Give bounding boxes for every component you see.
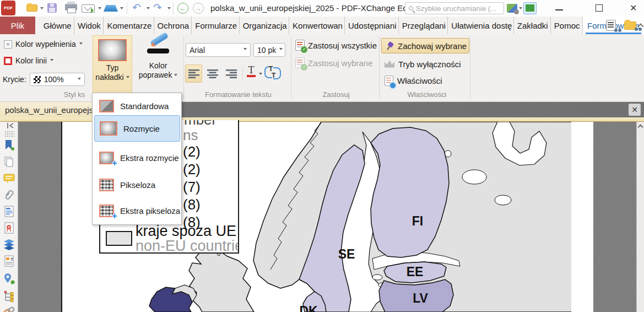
ui-options-caret-icon[interactable] [519, 7, 522, 11]
fields-panel-icon[interactable] [3, 206, 15, 217]
collapse-panel-icon[interactable] [7, 123, 14, 128]
overlay-type-icon [98, 39, 127, 61]
dropdown-item-standardowa[interactable]: Standardowa [94, 96, 180, 115]
minimize-button[interactable] [555, 9, 563, 10]
rotate-text-icon[interactable]: TT [264, 65, 281, 79]
document-tab[interactable]: polska_w_unii_europejski [0, 102, 92, 117]
align-left-button[interactable] [185, 64, 202, 83]
overlay-extra-pixelate-icon: + [99, 205, 114, 217]
search-in-files-icon[interactable] [624, 21, 636, 30]
font-size-combo[interactable]: 10 pk [253, 43, 285, 57]
ui-options-icon[interactable] [507, 4, 517, 13]
dropdown-item-label: Pikseloza [120, 180, 155, 190]
tab-formularze[interactable]: Formularze [192, 17, 239, 34]
legend-count: (2) [183, 161, 201, 178]
map-label-denmark: DK [299, 304, 318, 312]
dropdown-item-ekstra-pikseloza[interactable]: + Ekstra pikseloza [94, 199, 180, 222]
apply-all-button[interactable]: Zastosuj wszystkie [295, 40, 377, 51]
tab-komentarze[interactable]: Komentarze [104, 17, 154, 34]
vertical-scrollbar[interactable] [636, 122, 644, 312]
properties-button[interactable]: Właściwości [381, 73, 469, 88]
line-color-button[interactable]: Kolor linii [4, 56, 53, 65]
tab-ochrona[interactable]: Ochrona [154, 17, 192, 34]
redo-caret-icon[interactable] [167, 7, 171, 11]
opacity-combo[interactable]: 100% [30, 73, 85, 86]
ribbon-group-separator [291, 36, 291, 98]
panel-drag-handle[interactable] [4, 131, 14, 138]
map-island-saaremaa [372, 275, 382, 280]
thumbnails-panel-icon[interactable] [3, 156, 15, 168]
align-right-button[interactable] [223, 64, 240, 83]
quick-launch-search[interactable]: Szybkie uruchamianie (... [405, 2, 504, 14]
dropdown-item-label: Ekstra rozmycie [120, 153, 179, 163]
title-bar: PDF ↶ ↷ ← → polska_w_unii_europejskiej_2… [0, 0, 644, 17]
dropdown-item-rozmycie[interactable]: Rozmycie [94, 115, 180, 142]
print-icon[interactable] [65, 4, 77, 10]
apply-selected-button[interactable]: Zastosuj wybrane [295, 57, 373, 68]
align-center-button[interactable] [204, 64, 221, 83]
dropdown-item-label: Rozmycie [123, 124, 160, 133]
search-placeholder: Szybkie uruchamianie (... [416, 4, 496, 13]
tab-organizacja[interactable]: Organizacja [240, 17, 289, 34]
forward-icon[interactable]: → [193, 3, 204, 14]
dropdown-item-ekstra-rozmycie[interactable]: + Ekstra rozmycie [94, 146, 180, 169]
tab-zakladki[interactable]: Zakładki [514, 17, 551, 34]
pdf-xchange-editor-window: { "titlebar": { "title": "polska_w_unii_… [0, 0, 644, 312]
opacity-row: Krycie: 100% [3, 73, 85, 86]
exclusive-mode-button[interactable]: Tryb wyłączności [381, 56, 469, 72]
tab-glowne[interactable]: Główne [40, 17, 74, 34]
content-panel-icon[interactable]: T [3, 255, 15, 267]
opacity-label: Krycie: [3, 75, 26, 84]
structure-tree-panel-icon[interactable] [3, 291, 15, 302]
text-color-caret-icon[interactable] [259, 73, 262, 77]
layers-panel-icon[interactable] [3, 239, 15, 250]
small-separator [242, 66, 243, 82]
maximize-button[interactable] [596, 4, 603, 12]
email-icon[interactable] [82, 4, 95, 13]
open-file-caret-icon[interactable] [40, 7, 44, 11]
fullscreen-icon[interactable] [523, 2, 537, 14]
undo-icon[interactable]: ↶ [132, 1, 141, 14]
overlay-type-label-2: nakładki [95, 73, 129, 82]
keep-selected-button[interactable]: Zachowaj wybrane [381, 38, 469, 53]
open-file-icon[interactable] [26, 4, 37, 12]
tab-plik[interactable]: Plik [0, 17, 35, 34]
tab-konwertowanie[interactable]: Konwertowan [289, 17, 345, 34]
destinations-panel-icon[interactable] [3, 273, 15, 284]
scanner-icon[interactable] [104, 5, 118, 12]
signatures-panel-icon[interactable] [3, 222, 15, 234]
correction-color-button[interactable]: Kolor poprawek [134, 35, 182, 100]
links-panel-icon[interactable] [3, 306, 15, 312]
tab-ulatwienia-dostepu[interactable]: Ułatwienia dostę [448, 17, 513, 34]
dropdown-item-pikseloza[interactable]: Pikseloza [94, 174, 180, 196]
map-label-sweden: SE [338, 247, 355, 261]
comments-panel-icon[interactable] [3, 173, 15, 184]
map-label-finland: FI [412, 214, 423, 228]
overlay-type-button[interactable]: Typ nakładki [93, 35, 132, 100]
tab-przegladanie[interactable]: Przeglądani [399, 17, 448, 34]
tab-widok[interactable]: Widok [74, 17, 104, 34]
close-button[interactable]: ✕ [630, 3, 637, 13]
undo-caret-icon[interactable] [147, 7, 150, 11]
email-caret-icon[interactable] [98, 7, 101, 11]
font-name-combo[interactable]: Arial [186, 43, 251, 57]
redo-icon[interactable]: ↷ [153, 1, 162, 14]
fill-color-caret-icon [79, 42, 83, 46]
close-document-icon[interactable]: ✕ [629, 104, 641, 116]
tab-udostepnianie[interactable]: Udostępniani [345, 17, 399, 34]
overlay-type-label-1: Typ [95, 63, 129, 73]
legend-count: (7) [183, 179, 201, 196]
apply-all-label: Zastosuj wszystkie [308, 41, 377, 50]
attachments-panel-icon[interactable] [3, 189, 15, 201]
plus-badge-icon: + [112, 158, 117, 169]
scroll-up-icon[interactable] [638, 125, 643, 130]
back-icon[interactable]: ← [177, 3, 188, 14]
search-in-document-icon[interactable] [606, 20, 616, 31]
ribbon-group-separator [379, 36, 380, 98]
text-color-button[interactable]: T [247, 66, 256, 77]
bookmarks-panel-icon[interactable] [3, 139, 15, 151]
save-icon[interactable] [47, 3, 57, 13]
tab-pomoc[interactable]: Pomoc [551, 17, 583, 34]
fill-color-button[interactable]: ✕ Kolor wypełnienia [4, 40, 83, 49]
scanner-caret-icon[interactable] [120, 7, 123, 11]
